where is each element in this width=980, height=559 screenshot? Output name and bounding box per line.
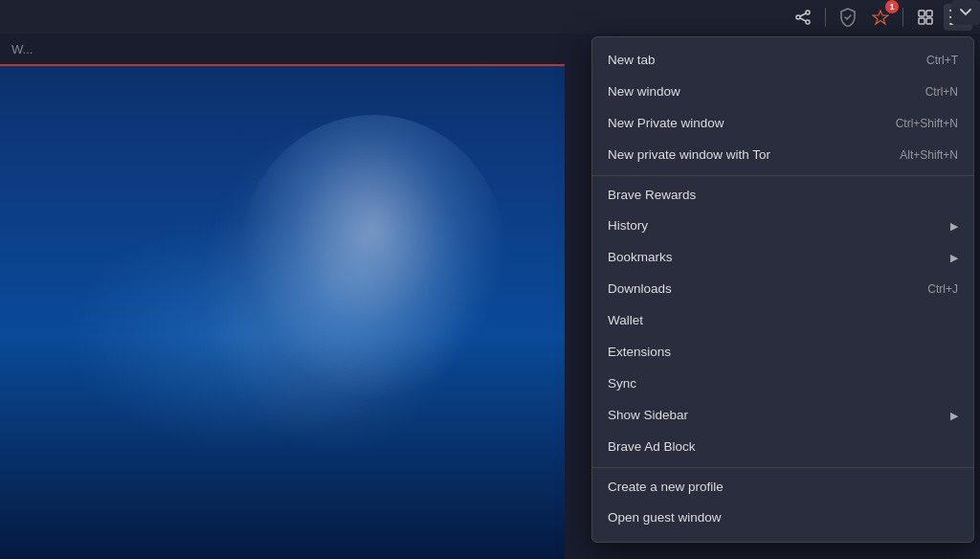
address-bar-row: W... [0, 34, 565, 66]
share-button[interactable] [789, 4, 817, 31]
svg-line-3 [800, 13, 806, 16]
jellyfish-body [239, 115, 507, 402]
browser-background [0, 0, 565, 559]
menu-item-downloads[interactable]: Downloads Ctrl+J [592, 274, 973, 305]
menu-item-sync[interactable]: Sync [592, 369, 973, 400]
svg-point-1 [796, 15, 800, 19]
menu-item-open-guest-window[interactable]: Open guest window [592, 503, 973, 534]
rewards-badge: 1 [885, 0, 899, 13]
svg-line-4 [800, 18, 806, 21]
menu-section-new-windows: New tab Ctrl+T New window Ctrl+N New Pri… [592, 41, 973, 176]
menu-item-show-sidebar[interactable]: Show Sidebar ▶ [592, 400, 973, 432]
menu-item-new-private-window[interactable]: New Private window Ctrl+Shift+N [592, 108, 973, 140]
toolbar-divider-2 [902, 8, 903, 27]
menu-item-brave-rewards[interactable]: Brave Rewards [592, 180, 973, 212]
page-loading-text: W... [11, 42, 33, 56]
svg-rect-7 [926, 11, 932, 16]
svg-marker-5 [873, 11, 888, 24]
menu-section-profiles: Create a new profile Open guest window [592, 468, 973, 539]
menu-item-extensions[interactable]: Extensions [592, 337, 973, 369]
svg-rect-9 [926, 18, 932, 24]
menu-item-create-profile[interactable]: Create a new profile [592, 472, 973, 503]
svg-rect-6 [919, 11, 924, 16]
menu-item-new-tab[interactable]: New tab Ctrl+T [592, 45, 973, 77]
toolbar-divider-1 [825, 8, 826, 27]
svg-point-2 [806, 20, 810, 24]
menu-item-bookmarks[interactable]: Bookmarks ▶ [592, 242, 973, 274]
browser-menu-dropdown: New tab Ctrl+T New window Ctrl+N New Pri… [591, 36, 974, 543]
menu-item-wallet[interactable]: Wallet [592, 305, 973, 337]
svg-rect-8 [919, 18, 924, 24]
menu-item-new-private-tor[interactable]: New private window with Tor Alt+Shift+N [592, 140, 973, 171]
brave-rewards-button[interactable]: 1 [866, 4, 895, 31]
brave-shield-button[interactable] [834, 4, 862, 31]
browser-toolbar: 1 [0, 0, 980, 34]
menu-item-history[interactable]: History ▶ [592, 211, 973, 242]
chevron-down-button[interactable] [951, 0, 980, 25]
menu-item-new-window[interactable]: New window Ctrl+N [592, 77, 973, 108]
menu-item-brave-ad-block[interactable]: Brave Ad Block [592, 432, 973, 463]
svg-point-0 [806, 11, 810, 14]
menu-section-features: Brave Rewards History ▶ Bookmarks ▶ Down… [592, 176, 973, 468]
tab-manager-button[interactable] [911, 4, 940, 31]
